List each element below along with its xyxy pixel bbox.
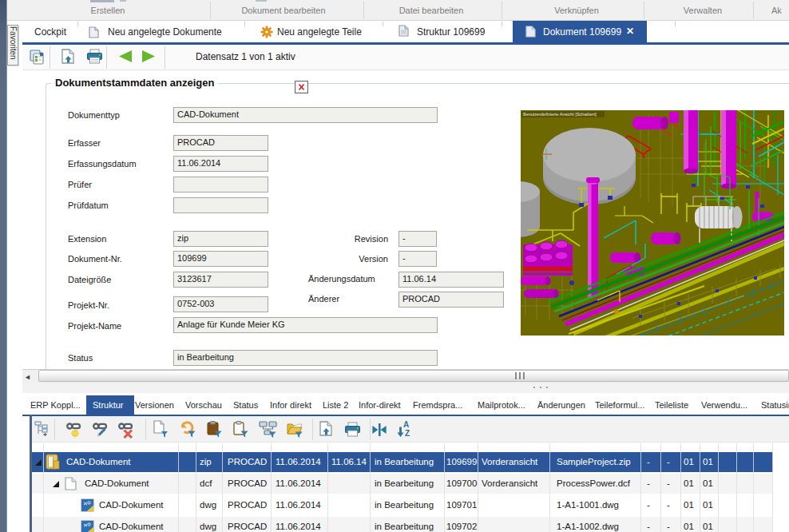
- svg-text:Benutzerdefinierte Ansicht [Sc: Benutzerdefinierte Ansicht [Schattiert]: [523, 112, 597, 117]
- svg-text:Z: Z: [405, 429, 410, 438]
- svg-text:A: A: [403, 420, 409, 429]
